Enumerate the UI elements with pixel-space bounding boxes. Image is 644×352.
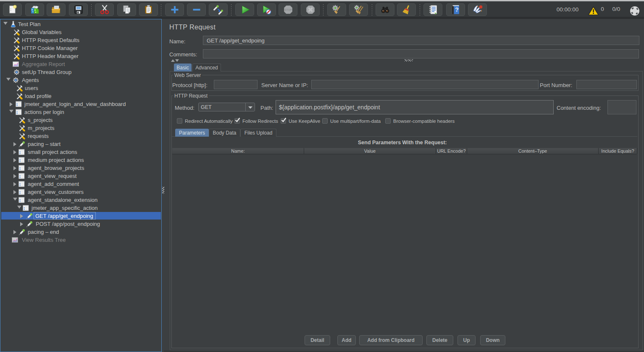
- svg-text:STOP: STOP: [284, 8, 292, 11]
- svg-text:?: ?: [455, 6, 459, 13]
